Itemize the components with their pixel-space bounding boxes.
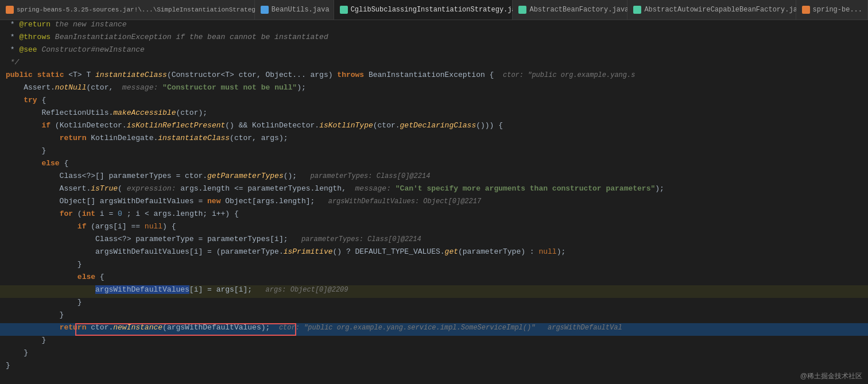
code-line-12: else { xyxy=(0,159,868,172)
tab-beanutils[interactable]: BeanUtils.java × xyxy=(255,0,334,20)
code-line-1: * @return the new instance xyxy=(0,20,868,33)
code-line-13: Class<?>[] parameterTypes = ctor.getPara… xyxy=(0,172,868,184)
code-content: * @return the new instance * @throws Bea… xyxy=(0,20,868,384)
code-line-21: else { xyxy=(0,273,868,285)
code-line-17: if (args[i] == null) { xyxy=(0,222,868,235)
tab-abstractautowire[interactable]: AbstractAutowireCapableBeanFactory.java … xyxy=(627,0,796,20)
code-line-14: Assert.isTrue( expression: args.length <… xyxy=(0,184,868,197)
tab-icon-1 xyxy=(6,6,14,14)
tab-icon-5 xyxy=(633,6,641,14)
code-line-11: } xyxy=(0,146,868,159)
code-line-25: return ctor.newInstance(argsWithDefaultV… xyxy=(0,323,868,336)
code-line-4: */ xyxy=(0,58,868,71)
code-lines: * @return the new instance * @throws Bea… xyxy=(0,20,868,384)
tab-icon-4 xyxy=(518,6,526,14)
tab-icon-2 xyxy=(261,6,269,14)
tab-bar: spring-beans-5.3.25-sources.jar!\...\Sim… xyxy=(0,0,868,20)
code-line-2: * @throws BeanInstantiationException if … xyxy=(0,33,868,45)
tab-label-3: CglibSubclassingInstantiationStrategy.ja… xyxy=(351,6,524,14)
code-line-8: ReflectionUtils.makeAccessible(ctor); xyxy=(0,108,868,121)
code-line-28: } xyxy=(0,361,868,374)
code-line-23: } xyxy=(0,298,868,311)
code-line-3: * @see Constructor#newInstance xyxy=(0,45,868,58)
tab-label-1: spring-beans-5.3.25-sources.jar!\...\Sim… xyxy=(17,6,278,13)
tab-simpleinst[interactable]: spring-beans-5.3.25-sources.jar!\...\Sim… xyxy=(0,0,255,20)
code-line-20: } xyxy=(0,260,868,273)
tab-icon-3 xyxy=(340,6,348,14)
code-line-5: public static <T> T instantiateClass(Con… xyxy=(0,71,868,83)
code-line-7: try { xyxy=(0,96,868,108)
code-line-19: argsWithDefaultValues[i] = (parameterTyp… xyxy=(0,247,868,260)
code-line-24: } xyxy=(0,311,868,323)
code-line-10: return KotlinDelegate.instantiateClass(c… xyxy=(0,134,868,146)
tab-icon-6 xyxy=(802,6,810,14)
watermark: @稀土掘金技术社区 xyxy=(800,371,862,381)
editor-area[interactable]: * @return the new instance * @throws Bea… xyxy=(0,20,868,384)
tab-label-6: spring-be... xyxy=(813,6,862,14)
code-line-27: } xyxy=(0,348,868,361)
code-line-15: Object[] argsWithDefaultValues = new Obj… xyxy=(0,197,868,210)
tab-label-5: AbstractAutowireCapableBeanFactory.java xyxy=(644,6,805,14)
code-line-18: Class<?> parameterType = parameterTypes[… xyxy=(0,235,868,247)
code-line-6: Assert.notNull(ctor, message: "Construct… xyxy=(0,83,868,96)
code-line-9: if (KotlinDetector.isKotlinReflectPresen… xyxy=(0,121,868,134)
tab-label-2: BeanUtils.java xyxy=(272,6,330,14)
tab-abstractbeanfactory[interactable]: AbstractBeanFactory.java × xyxy=(513,0,627,20)
tab-label-4: AbstractBeanFactory.java xyxy=(529,6,629,14)
editor-root: spring-beans-5.3.25-sources.jar!\...\Sim… xyxy=(0,0,868,384)
tab-cglibsubclassing[interactable]: CglibSubclassingInstantiationStrategy.ja… xyxy=(334,0,513,20)
code-line-16: for (int i = 0 ; i < args.length; i++) { xyxy=(0,210,868,222)
tab-springbe[interactable]: spring-be... × xyxy=(796,0,868,20)
code-line-26: } xyxy=(0,336,868,348)
code-line-22: argsWithDefaultValues[i] = args[i]; args… xyxy=(0,285,868,298)
